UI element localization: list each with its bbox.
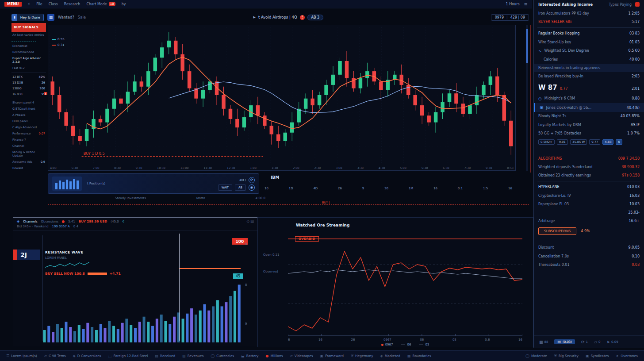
status-item[interactable]: ▱Videotapes: [290, 354, 313, 358]
stat-chip[interactable]: 9.77: [589, 139, 600, 145]
menu-icon[interactable]: ≡: [524, 2, 528, 7]
status-item[interactable]: ⛨Big Security: [554, 354, 579, 358]
timeframe-item[interactable]: 1:5: [483, 187, 488, 190]
stat-chip[interactable]: 4.83: [602, 139, 613, 145]
wait-button[interactable]: WAIT: [218, 184, 232, 191]
data-row[interactable]: ALGORITHMS009 7 34.50: [534, 154, 644, 163]
layout-grid-button[interactable]: ▦: [47, 14, 54, 21]
menu-item[interactable]: MENU: [4, 2, 22, 7]
status-item[interactable]: ⬓Battery: [241, 354, 258, 358]
sidebar-item[interactable]: Fast 912: [12, 65, 46, 71]
status-item[interactable]: ☰Loerm Ipsum(s): [6, 354, 37, 358]
status-item[interactable]: ▣Syndicates: [586, 354, 609, 358]
user-icon[interactable]: ◉: [249, 184, 255, 191]
data-row[interactable]: Obtained 23 directly earnings97s 0.158: [534, 171, 644, 180]
status-item[interactable]: ▱C 98 Tems: [44, 354, 66, 358]
data-row[interactable]: Cryptoshare-Lo. IV16.03: [534, 192, 644, 200]
timeframe-item[interactable]: 30: [384, 187, 388, 190]
sidebar-item[interactable]: Finance ?: [12, 137, 46, 143]
highlight-row[interactable]: Reinvestments in trading approves: [534, 64, 644, 72]
ab-button[interactable]: AB: [235, 184, 246, 191]
chart-scrollbar[interactable]: [526, 25, 528, 171]
sidebar-item[interactable]: Performance0.07: [12, 131, 46, 137]
menu-item[interactable]: Class: [49, 2, 58, 6]
sidebar-item[interactable]: A Phases: [12, 112, 46, 118]
status-item[interactable]: ◯Currencies: [211, 354, 234, 358]
timeframe-item[interactable]: 1D: [289, 187, 293, 190]
menu-item[interactable]: Chart Mode10: [86, 2, 115, 6]
grid-icon[interactable]: ▦88: [539, 340, 548, 344]
toolbar-label-sale[interactable]: Sale: [78, 15, 86, 19]
data-row[interactable]: Calories40 00: [534, 55, 644, 64]
data-row[interactable]: Paperplane FL 0310.03: [534, 200, 644, 208]
data-row[interactable]: 35.03-: [534, 208, 644, 217]
subscriptions-button[interactable]: SUBSCRIPTIONS: [538, 227, 576, 235]
scrollbar-thumb[interactable]: [526, 29, 528, 63]
data-row[interactable]: HYPERLANE010 03: [534, 183, 644, 191]
tab-obsessions[interactable]: Obsessions: [41, 220, 59, 223]
status-item[interactable]: ▥Revenues: [182, 354, 203, 358]
status-item[interactable]: ➤Overtones: [616, 354, 638, 358]
sidebar-item[interactable]: Awesome Ads0.9: [12, 159, 46, 165]
selected-row[interactable]: ▣Jones clock-watch @ 5S…40.4(6): [534, 103, 644, 112]
menu-item[interactable]: by: [122, 2, 126, 6]
status-item[interactable]: ◯Moderate: [525, 354, 547, 358]
data-row[interactable]: 50 GG + 7:05 Obstacles1.0 7%: [534, 129, 644, 138]
stat-chip[interactable]: 35.85 W: [570, 139, 587, 145]
data-row[interactable]: Regular Books Hopping03 83: [534, 29, 644, 38]
status-item[interactable]: ◈D Conversions: [73, 354, 101, 358]
toolbar-label-wanted[interactable]: Wanted?: [58, 15, 74, 19]
timeframe-item[interactable]: 16: [508, 187, 512, 190]
sidebar-item[interactable]: Reward: [12, 165, 46, 171]
alert-icon[interactable]: [635, 2, 640, 7]
quote-row[interactable]: 12 BTK40%: [12, 74, 46, 80]
sidebar-item[interactable]: Economist: [12, 43, 46, 49]
data-row[interactable]: Be layed Wrecking buy-in2:03: [534, 72, 644, 81]
doc-icon[interactable]: ▱0: [594, 340, 600, 344]
order-id[interactable]: 199 0357 A: [52, 225, 69, 228]
quote-row[interactable]: 13 DXB29: [12, 80, 46, 85]
data-row[interactable]: Bloody Night 7s40 03 85%: [534, 112, 644, 120]
timeframe-item[interactable]: 10: [264, 187, 268, 190]
menu-item[interactable]: File: [36, 2, 42, 6]
status-item[interactable]: ●Millions: [266, 354, 283, 358]
sidebar-item[interactable]: Mining & Refine Update: [12, 149, 46, 159]
timeframe-item[interactable]: 26: [338, 187, 342, 190]
data-row[interactable]: Thereabouts 0.010.03: [534, 261, 644, 269]
data-row[interactable]: Iron Accumulators PP 03 day1 2:05: [534, 9, 644, 18]
sidebar-item[interactable]: Channel: [12, 143, 46, 149]
status-item[interactable]: ⛨Hegemony: [351, 354, 373, 358]
sidebar-item[interactable]: Recommended: [12, 49, 46, 55]
data-row[interactable]: Weighted deposits Sunderland38 900.32: [534, 163, 644, 171]
candlestick-chart[interactable]: BUY 1 D 0.5 0.550.31 4:005:307:008:309:3…: [48, 25, 516, 171]
data-row[interactable]: Loyalty Markets by DRMAS IF: [534, 121, 644, 129]
sidebar-item[interactable]: An kept varied entries: [12, 32, 46, 38]
sidebar-item[interactable]: G BTC/soft front: [12, 106, 46, 112]
quick-trade-button[interactable]: ▮ Hey & Done: [12, 14, 44, 21]
data-row[interactable]: Arbitrage16.6+: [534, 217, 644, 225]
timeframe-item[interactable]: 9: [362, 187, 364, 190]
stat-chip[interactable]: 9.01: [557, 139, 568, 145]
sidebar-item[interactable]: C Algo Advanced: [12, 124, 46, 131]
status-item[interactable]: ⬚Foreign 12-Rod Steel: [108, 354, 148, 358]
refresh-icon[interactable]: ⟳: [249, 177, 255, 183]
data-row[interactable]: Wire Stand-Up key01 03: [534, 38, 644, 46]
sidebar-item[interactable]: Sharon panel 4: [12, 100, 46, 106]
stat-row[interactable]: W 870.772:01: [534, 81, 644, 94]
tab-channels[interactable]: Channels: [23, 220, 37, 223]
quote-row[interactable]: 16 938955: [12, 91, 46, 97]
data-row[interactable]: ◷Midnight's 6 CRM0.88: [534, 94, 644, 103]
card-icon[interactable]: ▤(0.03): [554, 339, 575, 344]
data-row[interactable]: Cancellation 7.0s0.10: [534, 252, 644, 261]
status-item[interactable]: ▣Frameword: [320, 354, 344, 358]
pair-badge[interactable]: AB 3: [307, 15, 324, 20]
menu-item[interactable]: ⚡: [28, 2, 31, 6]
send-icon[interactable]: ➤0.09: [606, 340, 618, 344]
menu-item[interactable]: Research: [64, 2, 80, 6]
stat-chip[interactable]: 0: [616, 139, 622, 145]
data-row[interactable]: ∿Weighted St. Dev Degree0.5 €0: [534, 46, 644, 55]
sidebar-item[interactable]: Expert Algo Adviser 2.3.0: [12, 55, 46, 65]
timeframe-item[interactable]: 1M: [409, 187, 414, 190]
data-row[interactable]: BUYER SELLER SIG5:17: [534, 18, 644, 26]
alert-icon[interactable]: !: [300, 15, 305, 20]
